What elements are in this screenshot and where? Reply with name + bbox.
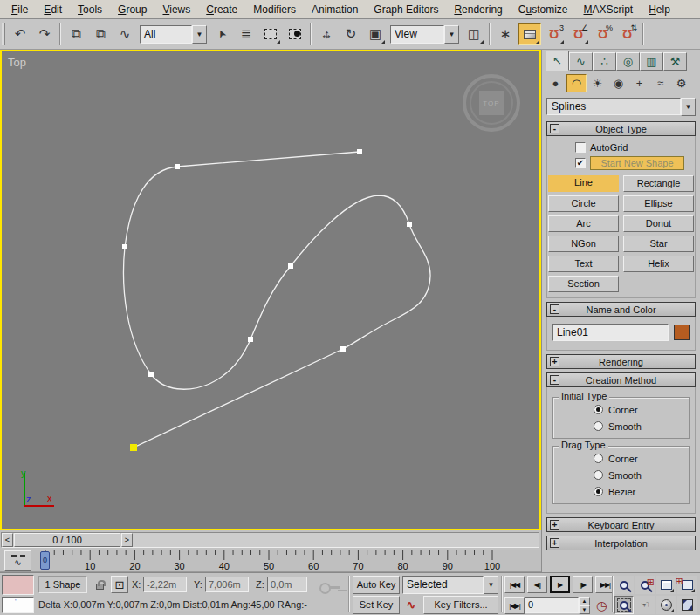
- spline-vertex[interactable]: [340, 346, 346, 352]
- snap-3d-icon[interactable]: Ω3: [543, 23, 566, 45]
- spline-vertex[interactable]: [148, 372, 154, 377]
- selection-filter-dropdown[interactable]: All▼: [140, 25, 207, 44]
- rollout-rendering-header[interactable]: + Rendering: [546, 354, 696, 369]
- spline-vertex[interactable]: [288, 263, 293, 269]
- frame-spinner[interactable]: ▲▼: [579, 597, 590, 613]
- spacewarps-category[interactable]: ≈: [650, 74, 670, 92]
- display-tab[interactable]: ▥: [640, 52, 663, 71]
- lights-category[interactable]: ☀: [587, 74, 607, 92]
- autogrid-checkbox[interactable]: [575, 142, 586, 153]
- create-key-icon[interactable]: [319, 582, 342, 594]
- start-new-shape-button[interactable]: Start New Shape: [590, 156, 684, 170]
- initial-type-corner-radio[interactable]: Corner: [594, 403, 687, 416]
- zoom-all-icon[interactable]: [635, 576, 655, 594]
- move-icon[interactable]: [315, 23, 338, 45]
- current-frame-marker[interactable]: 0: [40, 551, 50, 570]
- new-key-filter-icon[interactable]: ∿: [402, 596, 420, 614]
- unlink-icon[interactable]: ⧉: [89, 23, 112, 45]
- rollout-interpolation-header[interactable]: + Interpolation: [546, 536, 696, 550]
- use-center-icon[interactable]: ◫: [463, 23, 485, 45]
- initial-type-smooth-radio[interactable]: Smooth: [594, 420, 687, 433]
- ellipse-button[interactable]: Ellipse: [623, 195, 694, 212]
- menu-maxscript[interactable]: MAXScript: [576, 2, 642, 17]
- rectangle-button[interactable]: Rectangle: [623, 175, 694, 192]
- spline-end-vertex[interactable]: [130, 444, 137, 451]
- play-icon[interactable]: ▶: [550, 576, 570, 593]
- modify-tab[interactable]: ∿: [569, 52, 593, 71]
- chevron-down-icon[interactable]: ▼: [444, 25, 459, 44]
- helpers-category[interactable]: +: [629, 74, 649, 92]
- refcoord-dropdown[interactable]: View▼: [390, 25, 459, 44]
- spline-vertex[interactable]: [248, 337, 253, 342]
- absolute-mode-toggle[interactable]: ⊡: [111, 576, 128, 593]
- undo-icon[interactable]: ↶: [9, 23, 31, 45]
- radio-icon[interactable]: [594, 421, 603, 431]
- refcoord-dropdown-value[interactable]: View: [390, 25, 444, 44]
- text-button[interactable]: Text: [548, 256, 619, 272]
- menu-customize[interactable]: Customize: [511, 2, 576, 17]
- percent-snap-icon[interactable]: Ω%: [592, 23, 614, 45]
- selection-set-value[interactable]: Selected: [402, 576, 484, 594]
- rotate-icon[interactable]: ↻: [340, 23, 362, 45]
- cameras-category[interactable]: ◉: [608, 74, 628, 92]
- selection-set-dropdown[interactable]: Selected ▼: [402, 576, 498, 594]
- toolbar-grip[interactable]: [2, 23, 5, 45]
- prev-frame-icon[interactable]: ◀||: [527, 576, 547, 593]
- redo-icon[interactable]: ↷: [33, 23, 56, 45]
- viewport-top[interactable]: Top TOP y z x: [0, 50, 541, 530]
- helix-button[interactable]: Helix: [623, 256, 694, 272]
- radio-icon[interactable]: [594, 454, 603, 463]
- rollout-name-color-header[interactable]: - Name and Color: [546, 302, 696, 317]
- menu-tools[interactable]: Tools: [70, 2, 110, 17]
- key-filters-button[interactable]: Key Filters...: [423, 596, 498, 614]
- z-coord-field[interactable]: 0,0m: [267, 577, 307, 592]
- drag-type-corner-radio[interactable]: Corner: [594, 452, 687, 465]
- bind-spacewarp-icon[interactable]: ∿: [113, 23, 136, 45]
- scale-icon[interactable]: ▣: [364, 23, 387, 45]
- rollout-keyboard-entry-header[interactable]: + Keyboard Entry: [546, 517, 696, 532]
- menu-create[interactable]: Create: [198, 2, 245, 17]
- object-name-field[interactable]: Line01: [552, 324, 669, 341]
- arc-button[interactable]: Arc: [548, 215, 619, 232]
- set-key-button[interactable]: Set Key: [353, 596, 400, 614]
- menu-graph-editors[interactable]: Graph Editors: [366, 2, 446, 17]
- spline-vertex[interactable]: [407, 222, 412, 227]
- systems-category[interactable]: ⚙: [671, 74, 691, 92]
- create-tab[interactable]: ↖: [546, 51, 569, 71]
- donut-button[interactable]: Donut: [623, 215, 694, 232]
- line-button[interactable]: Line: [548, 175, 619, 192]
- current-frame-field[interactable]: 0: [525, 597, 579, 613]
- go-start-icon[interactable]: |◀◀: [504, 576, 525, 593]
- snaps-toggle-icon[interactable]: [518, 23, 541, 45]
- subcategory-dropdown[interactable]: Splines ▼: [546, 98, 696, 116]
- subcategory-value[interactable]: Splines: [546, 98, 681, 115]
- radio-icon[interactable]: [594, 405, 603, 414]
- spline-vertex[interactable]: [357, 149, 362, 154]
- selection-filter-dropdown-value[interactable]: All: [140, 25, 192, 44]
- time-slider-handle[interactable]: 0 / 100: [14, 533, 120, 547]
- y-coord-field[interactable]: 7,006m: [205, 577, 249, 592]
- manipulate-icon[interactable]: ∗: [494, 23, 517, 45]
- menu-rendering[interactable]: Rendering: [446, 2, 510, 17]
- menu-help[interactable]: Help: [641, 2, 678, 17]
- motion-tab[interactable]: ◎: [616, 52, 640, 71]
- radio-icon[interactable]: [594, 487, 603, 496]
- rect-region-icon[interactable]: [259, 23, 282, 45]
- menu-group[interactable]: Group: [110, 2, 154, 17]
- shapes-category[interactable]: ◠: [566, 74, 587, 92]
- rollout-creation-method-header[interactable]: - Creation Method: [546, 372, 696, 387]
- track-bar-ruler[interactable]: 0102030405060708090100: [0, 550, 541, 572]
- time-slider-prev-button[interactable]: <: [2, 533, 13, 547]
- spline-vertex[interactable]: [122, 244, 127, 249]
- window-crossing-icon[interactable]: [284, 23, 306, 45]
- radio-icon[interactable]: [594, 470, 603, 480]
- drag-type-smooth-radio[interactable]: Smooth: [594, 468, 687, 482]
- zoom-extents-icon[interactable]: [656, 576, 676, 594]
- chevron-down-icon[interactable]: ▼: [192, 25, 207, 44]
- orbit-icon[interactable]: [656, 596, 676, 614]
- time-slider-next-button[interactable]: >: [121, 533, 133, 547]
- spinner-snap-icon[interactable]: Ω⇅: [616, 23, 639, 45]
- chevron-down-icon[interactable]: ▼: [484, 576, 498, 594]
- next-frame-icon[interactable]: ||▶: [573, 576, 593, 593]
- menu-views[interactable]: Views: [154, 2, 198, 17]
